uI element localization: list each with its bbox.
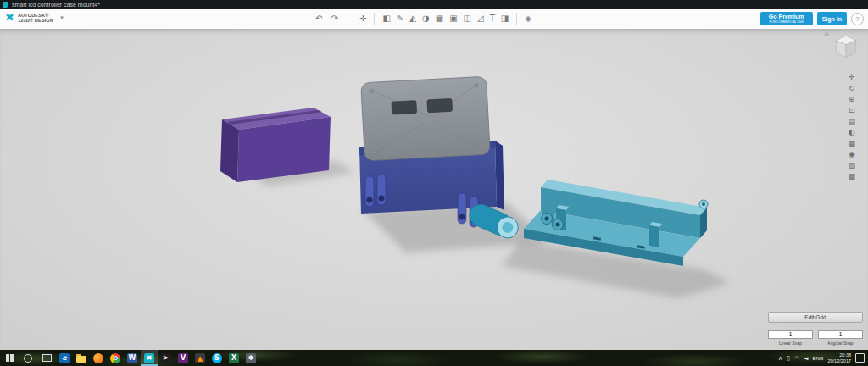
edge-icon: e xyxy=(59,353,70,363)
taskbar-app-vlc[interactable]: ▲ xyxy=(192,350,209,366)
vlc-icon: ▲ xyxy=(195,353,205,363)
go-premium-subtext: FOR COMMERCIAL USE xyxy=(770,20,804,24)
linear-snap-input[interactable] xyxy=(768,330,813,339)
taskbar-app-visual-studio[interactable]: V xyxy=(175,350,192,366)
zoom-icon[interactable]: ⊕ xyxy=(849,95,855,103)
toolbar-separator xyxy=(516,13,517,25)
app-menu-button[interactable]: ✖ AUTODESK® 123D® DESIGN ▾ xyxy=(5,12,64,23)
home-icon[interactable]: ⌂ xyxy=(825,30,829,38)
visual-studio-icon: V xyxy=(178,353,188,363)
go-premium-label: Go Premium xyxy=(769,14,804,20)
brand-line-1: AUTODESK® xyxy=(18,13,53,18)
app-logo-icon xyxy=(3,2,8,8)
sketch-icon[interactable]: ✎ xyxy=(397,13,403,25)
cortana-icon xyxy=(24,354,32,363)
shading-icon[interactable]: ▤ xyxy=(848,117,855,125)
notification-center-icon[interactable] xyxy=(855,353,865,363)
window-title: smart lcd controller case mount4* xyxy=(12,2,100,8)
viewport[interactable]: ⌂ ✛ ↻ ⊕ ⊡ ▤ ◐ ▦ ◉ ▧ ▩ Edit Grid xyxy=(0,29,868,350)
excel-icon: X xyxy=(229,353,239,363)
taskbar-app-word[interactable]: W xyxy=(124,350,141,366)
file-explorer-icon xyxy=(76,353,86,363)
clock-date: 29/12/2017 xyxy=(827,358,851,364)
brand-line-2: 123D® DESIGN xyxy=(18,18,53,23)
angular-snap-input[interactable] xyxy=(818,330,863,339)
titlebar: smart lcd controller case mount4* xyxy=(0,0,868,9)
grid-settings-icon[interactable]: ▩ xyxy=(848,172,855,180)
linear-snap-label: Linear Snap xyxy=(768,341,813,346)
primitives-icon[interactable]: ◧ xyxy=(382,13,390,25)
task-view-button[interactable] xyxy=(37,350,56,366)
grid-panel: Edit Grid Linear Snap Angular Snap xyxy=(768,312,863,346)
taskbar-app-firefox[interactable] xyxy=(90,350,107,366)
chrome-icon xyxy=(110,353,120,363)
taskbar-app-edge[interactable]: e xyxy=(56,350,73,366)
taskbar-app-settings[interactable]: ✱ xyxy=(242,350,259,366)
modify-icon[interactable]: ◑ xyxy=(422,13,430,25)
windows-taskbar: e W ✖ > V ▲ S X ✱ ∧ ▯ ◠ ◄ ENG xyxy=(0,350,868,366)
toolbar-separator xyxy=(374,13,375,25)
measure-icon[interactable]: ◿ xyxy=(477,13,484,25)
app-window: smart lcd controller case mount4* ✖ AUTO… xyxy=(0,0,868,366)
windows-logo-icon xyxy=(6,354,14,362)
pattern-icon[interactable]: ▦ xyxy=(436,13,443,25)
word-icon: W xyxy=(127,353,137,363)
battery-icon[interactable]: ▯ xyxy=(787,355,790,362)
text-icon[interactable]: T xyxy=(490,13,495,25)
view-cube[interactable]: ⌂ xyxy=(831,32,861,63)
language-indicator[interactable]: ENG xyxy=(812,356,823,361)
3d-print-icon[interactable]: ◈ xyxy=(525,13,531,25)
fit-view-icon[interactable]: ⊡ xyxy=(849,106,855,114)
snap-icon[interactable]: ◨ xyxy=(501,13,509,25)
toolbar-right-group: Go Premium FOR COMMERCIAL USE Sign In ? xyxy=(760,12,864,25)
go-premium-button[interactable]: Go Premium FOR COMMERCIAL USE xyxy=(760,12,813,25)
skype-icon: S xyxy=(212,353,222,363)
scene-3d xyxy=(0,29,868,350)
clock[interactable]: 20:38 29/12/2017 xyxy=(827,352,851,363)
help-button[interactable]: ? xyxy=(851,13,864,25)
menu-dropdown-icon[interactable]: ▾ xyxy=(60,14,64,21)
volume-icon[interactable]: ◄ xyxy=(804,355,808,362)
123d-design-icon: ✖ xyxy=(144,353,154,363)
brand-text: AUTODESK® 123D® DESIGN xyxy=(18,13,53,23)
tray-expand-icon[interactable]: ∧ xyxy=(778,355,782,362)
task-view-icon xyxy=(42,354,52,362)
combine-icon[interactable]: ◫ xyxy=(464,13,471,25)
undo-redo-group: ↶ ↷ xyxy=(315,13,338,25)
network-icon[interactable]: ◠ xyxy=(794,355,799,362)
pan-icon[interactable]: ✛ xyxy=(849,73,855,81)
main-toolbar: ✖ AUTODESK® 123D® DESIGN ▾ ↶ ↷ ✛ ◧ ✎ ◭ ◑… xyxy=(0,9,868,30)
autodesk-123d-logo-icon: ✖ xyxy=(5,12,14,23)
toolbar-tools: ✛ ◧ ✎ ◭ ◑ ▦ ▣ ◫ ◿ T ◨ ◈ xyxy=(359,13,531,25)
settings-icon: ✱ xyxy=(246,353,256,363)
transform-icon[interactable]: ✛ xyxy=(359,13,366,25)
sign-in-button[interactable]: Sign In xyxy=(817,12,847,25)
navigation-toolbar: ✛ ↻ ⊕ ⊡ ▤ ◐ ▦ ◉ ▧ ▩ xyxy=(848,73,855,180)
construct-icon[interactable]: ◭ xyxy=(409,13,416,25)
taskbar-app-chrome[interactable] xyxy=(107,350,124,366)
grouping-icon[interactable]: ▣ xyxy=(449,13,457,25)
camera-icon[interactable]: ◉ xyxy=(849,150,855,158)
taskbar-app-skype[interactable]: S xyxy=(209,350,225,366)
model-purple-cover[interactable] xyxy=(220,108,331,182)
system-tray: ∧ ▯ ◠ ◄ ENG 20:38 29/12/2017 xyxy=(778,350,868,366)
taskbar-app-file-explorer[interactable] xyxy=(73,350,90,366)
cortana-button[interactable] xyxy=(19,350,37,366)
orbit-icon[interactable]: ↻ xyxy=(849,84,855,92)
redo-icon[interactable]: ↷ xyxy=(331,13,337,25)
view-cube-graphic xyxy=(831,32,861,63)
angular-snap-label: Angular Snap xyxy=(818,341,863,346)
taskbar-app-excel[interactable]: X xyxy=(225,350,242,366)
hide-show-icon[interactable]: ◐ xyxy=(849,128,855,136)
material-icon[interactable]: ▦ xyxy=(848,139,855,147)
taskbar-app-123d-design[interactable]: ✖ xyxy=(141,350,158,366)
taskbar-app-cmd[interactable]: > xyxy=(158,350,175,366)
firefox-icon xyxy=(93,353,103,363)
undo-icon[interactable]: ↶ xyxy=(315,13,322,25)
view-settings-icon[interactable]: ▧ xyxy=(848,161,855,169)
cmd-icon: > xyxy=(161,353,171,363)
edit-grid-button[interactable]: Edit Grid xyxy=(768,312,863,323)
model-gray-lid[interactable] xyxy=(361,76,491,161)
start-button[interactable] xyxy=(0,350,19,366)
